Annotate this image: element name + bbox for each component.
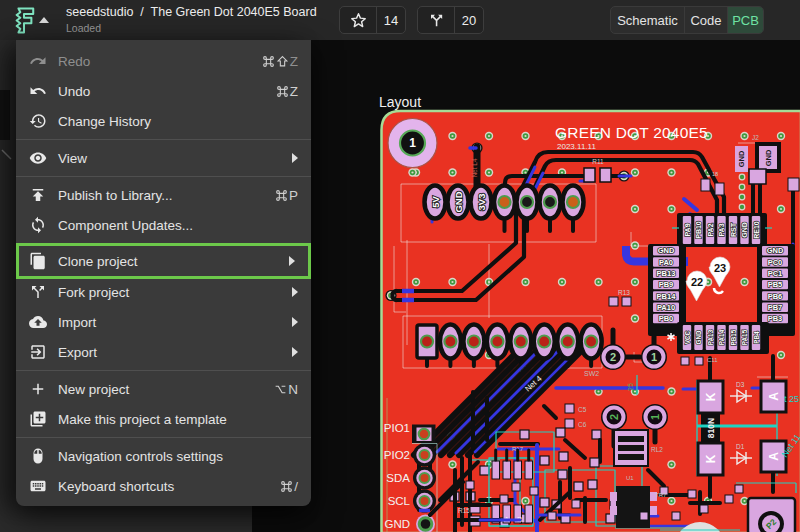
svg-text:SW2: SW2: [584, 370, 599, 377]
svg-text:RL2: RL2: [651, 446, 663, 453]
svg-text:K: K: [704, 392, 718, 401]
svg-text:J2: J2: [752, 134, 759, 141]
svg-text:PA0: PA0: [659, 258, 673, 267]
svg-text:GND: GND: [737, 150, 746, 167]
svg-text:PC1: PC1: [768, 269, 783, 278]
svg-text:PB7: PB7: [768, 303, 783, 312]
svg-text:TR7: TR7: [655, 492, 667, 498]
svg-text:PB4: PB4: [753, 331, 760, 344]
svg-text:PA13: PA13: [707, 329, 714, 345]
svg-text:PA3: PA3: [718, 223, 725, 236]
svg-text:GND: GND: [741, 222, 748, 238]
svg-text:PB10: PB10: [695, 221, 702, 239]
svg-text:C11: C11: [707, 357, 718, 363]
svg-text:PIO2: PIO2: [384, 449, 410, 461]
svg-text:RE10: RE10: [753, 221, 760, 239]
svg-text:VCC: VCC: [684, 330, 691, 344]
svg-text:SCL: SCL: [388, 495, 411, 507]
svg-text:GND: GND: [453, 191, 464, 212]
svg-text:2: 2: [608, 414, 620, 420]
svg-text:GND: GND: [695, 330, 702, 344]
svg-text:R13: R13: [618, 289, 630, 296]
svg-text:PB6: PB6: [768, 292, 783, 301]
svg-text:D1: D1: [736, 443, 745, 450]
svg-text:PIO1: PIO1: [384, 422, 410, 434]
svg-text:RST: RST: [730, 222, 737, 237]
svg-text:D3: D3: [736, 381, 745, 388]
svg-text:PA10: PA10: [657, 303, 675, 312]
svg-text:PA2: PA2: [707, 223, 714, 236]
svg-text:PB5: PB5: [768, 280, 783, 289]
svg-text:t 25: t 25: [784, 394, 799, 404]
svg-text:PA14: PA14: [718, 329, 725, 345]
svg-text:U1: U1: [626, 475, 634, 481]
svg-text:GND: GND: [767, 246, 784, 255]
svg-text:PA15: PA15: [741, 329, 748, 345]
svg-text:A: A: [767, 392, 781, 401]
svg-text:PB14: PB14: [657, 292, 677, 301]
svg-text:GND: GND: [384, 518, 410, 530]
svg-text:PB3: PB3: [768, 314, 783, 323]
svg-text:3V3: 3V3: [476, 194, 487, 211]
svg-text:C6: C6: [578, 421, 587, 428]
svg-text:18: 18: [712, 171, 718, 177]
svg-text:GREEN DOT 2040E5: GREEN DOT 2040E5: [555, 124, 708, 141]
svg-text:1: 1: [409, 136, 416, 150]
svg-text:2: 2: [610, 351, 616, 363]
svg-text:PB13: PB13: [657, 269, 676, 278]
svg-text:5V: 5V: [430, 196, 441, 208]
svg-text:R15: R15: [458, 507, 470, 514]
svg-text:K: K: [704, 454, 718, 463]
svg-text:2023.11.11: 2023.11.11: [557, 142, 596, 151]
svg-text:GND: GND: [658, 246, 675, 255]
svg-text:A: A: [767, 452, 781, 461]
svg-text:PB0: PB0: [659, 314, 674, 323]
svg-text:GND: GND: [764, 149, 773, 166]
svg-text:23: 23: [714, 262, 726, 274]
svg-text:PB9: PB9: [659, 280, 674, 289]
svg-text:1: 1: [649, 414, 661, 420]
svg-text:PA9: PA9: [684, 223, 691, 236]
svg-text:1: 1: [651, 351, 657, 363]
svg-text:C5: C5: [578, 406, 587, 413]
svg-text:22: 22: [691, 276, 703, 288]
svg-text:PC0: PC0: [768, 258, 783, 267]
svg-text:Net L4: Net L4: [471, 158, 478, 178]
svg-text:R11: R11: [592, 158, 604, 165]
svg-text:25: 25: [627, 383, 634, 391]
svg-text:PB15: PB15: [730, 329, 737, 345]
svg-text:SDA: SDA: [386, 472, 410, 484]
svg-text:810N: 810N: [706, 418, 716, 438]
